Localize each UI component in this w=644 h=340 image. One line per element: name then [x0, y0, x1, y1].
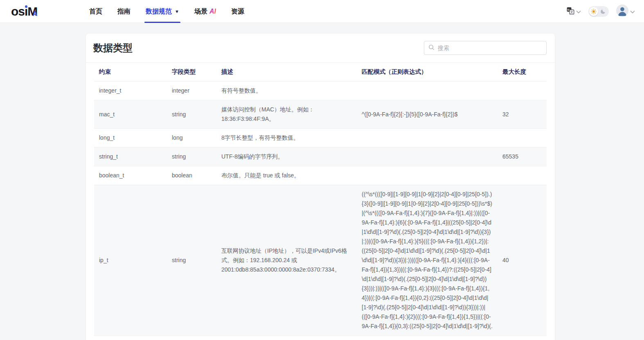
nav-item-data-spec-label: 数据规范	[146, 7, 172, 16]
cell-field-type: integer	[167, 82, 216, 100]
table-header-row: 约束 字段类型 描述 匹配模式（正则表达式） 最大长度	[94, 63, 547, 82]
table-row: string_t string UTF-8编码的字节序列。 65535	[94, 147, 547, 166]
column-header-max-length: 最大长度	[498, 63, 547, 82]
cell-constraint: long_t	[94, 129, 167, 147]
cell-field-type: boolean	[167, 166, 216, 185]
logo-text-a: A	[33, 10, 37, 18]
cell-description: 媒体访问控制（MAC）地址。例如：18:36:F3:98:4F:9A。	[216, 100, 357, 129]
column-header-constraint: 约束	[94, 63, 167, 82]
cell-description: 8字节长整型，有符号整数值。	[216, 129, 357, 147]
nav-item-scene[interactable]: 场景 AI	[194, 0, 216, 23]
cell-pattern: ((^\s*((([0-9]|[1-9][0-9]|1[0-9]{2}|2[0-…	[357, 185, 498, 336]
chevron-down-icon	[630, 8, 635, 15]
header-controls: En 文	[566, 0, 635, 23]
cell-constraint: mac_t	[94, 100, 167, 129]
top-header: osiMA 首页 指南 数据规范 ▼ 场景 AI 资源 En 文	[0, 0, 644, 23]
nav-item-home[interactable]: 首页	[89, 0, 102, 23]
table-row: integer_t integer 有符号整数值。	[94, 82, 547, 100]
cell-description: 互联网协议地址（IP地址），可以是IPv4或IPv6格式。例如：192.168.…	[216, 185, 357, 336]
cell-pattern	[357, 82, 498, 100]
chevron-down-icon: ▼	[175, 9, 179, 14]
cell-field-type: string	[167, 185, 216, 336]
cell-max-length	[498, 129, 547, 147]
main-nav: 首页 指南 数据规范 ▼ 场景 AI 资源	[89, 0, 244, 23]
user-menu[interactable]	[616, 5, 635, 18]
language-switcher[interactable]: En 文	[566, 7, 581, 16]
nav-item-guide[interactable]: 指南	[117, 0, 131, 23]
svg-text:文: 文	[570, 10, 574, 14]
cell-constraint: string_t	[94, 147, 167, 166]
cell-field-type: string	[167, 100, 216, 129]
column-header-description: 描述	[216, 63, 357, 82]
cell-pattern	[357, 147, 498, 166]
logo-text-os: os	[11, 5, 25, 18]
sun-icon	[589, 7, 598, 16]
cell-pattern	[357, 166, 498, 185]
data-types-table-wrap: 约束 字段类型 描述 匹配模式（正则表达式） 最大长度 integer_t in…	[86, 63, 555, 336]
cell-description: 布尔值。只能是 true 或 false。	[216, 166, 357, 185]
table-row: ip_t string 互联网协议地址（IP地址），可以是IPv4或IPv6格式…	[94, 185, 547, 336]
nav-item-resources[interactable]: 资源	[231, 0, 244, 23]
search-input[interactable]	[438, 45, 542, 51]
translate-icon: En 文	[566, 7, 574, 16]
column-header-pattern: 匹配模式（正则表达式）	[357, 63, 498, 82]
table-row: long_t long 8字节长整型，有符号整数值。	[94, 129, 547, 147]
osim-logo[interactable]: osiMA	[11, 5, 37, 18]
column-header-field-type: 字段类型	[167, 63, 216, 82]
cell-description: UTF-8编码的字节序列。	[216, 147, 357, 166]
theme-toggle[interactable]	[588, 6, 609, 17]
cell-field-type: long	[167, 129, 216, 147]
cell-pattern	[357, 129, 498, 147]
chevron-down-icon	[576, 8, 581, 15]
cell-pattern: ^([0-9A-Fa-f]{2}[:-]){5}([0-9A-Fa-f]{2})…	[357, 100, 498, 129]
cell-constraint: integer_t	[94, 82, 167, 100]
logo-text-m: MA	[27, 5, 37, 18]
search-icon	[428, 44, 435, 52]
moon-icon	[598, 9, 608, 14]
cell-description: 有符号整数值。	[216, 82, 357, 100]
cell-max-length	[498, 166, 547, 185]
cell-max-length: 40	[498, 185, 547, 336]
table-row: mac_t string 媒体访问控制（MAC）地址。例如：18:36:F3:9…	[94, 100, 547, 129]
card-header: 数据类型	[86, 34, 555, 63]
avatar	[616, 5, 628, 18]
cell-constraint: boolean_t	[94, 166, 167, 185]
cell-max-length: 65535	[498, 147, 547, 166]
nav-item-data-spec[interactable]: 数据规范 ▼	[146, 0, 179, 23]
cell-constraint: ip_t	[94, 185, 167, 336]
content-card: 数据类型 约束 字段类型 描述 匹配模式（正则表达式） 最大长度	[86, 34, 555, 340]
nav-item-scene-label: 场景	[194, 7, 207, 16]
page-title: 数据类型	[93, 41, 133, 54]
data-types-table: 约束 字段类型 描述 匹配模式（正则表达式） 最大长度 integer_t in…	[94, 63, 547, 336]
cell-max-length: 32	[498, 100, 547, 129]
search-box[interactable]	[424, 41, 547, 55]
ai-badge: AI	[209, 8, 216, 15]
cell-field-type: string	[167, 147, 216, 166]
cell-max-length	[498, 82, 547, 100]
table-row: boolean_t boolean 布尔值。只能是 true 或 false。	[94, 166, 547, 185]
